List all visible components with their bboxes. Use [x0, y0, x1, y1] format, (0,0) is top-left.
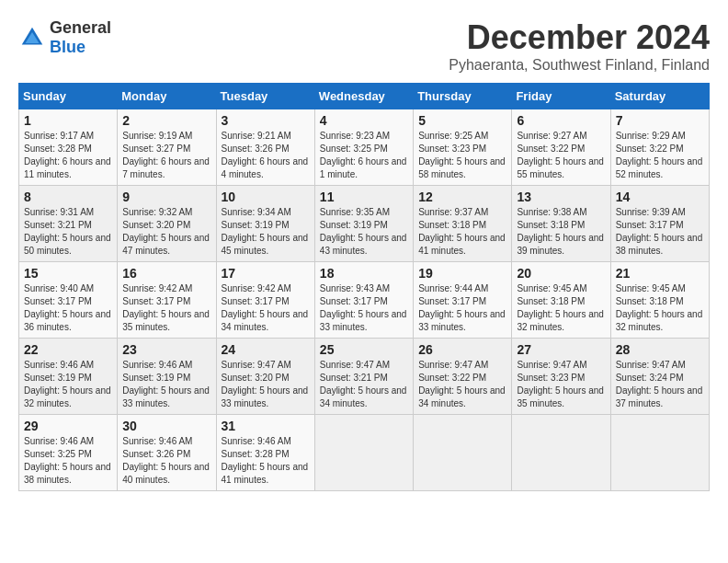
day-number: 3 — [222, 113, 310, 128]
day-info: Sunrise: 9:44 AM Sunset: 3:17 PM Dayligh… — [418, 282, 506, 334]
day-number: 8 — [24, 190, 112, 204]
day-info: Sunrise: 9:46 AM Sunset: 3:28 PM Dayligh… — [222, 435, 310, 487]
day-number: 9 — [122, 190, 210, 204]
calendar-cell: 10 Sunrise: 9:34 AM Sunset: 3:19 PM Dayl… — [216, 186, 314, 262]
calendar-cell: 19 Sunrise: 9:44 AM Sunset: 3:17 PM Dayl… — [414, 262, 512, 339]
day-number: 16 — [122, 266, 210, 281]
day-info: Sunrise: 9:39 AM Sunset: 3:17 PM Dayligh… — [616, 206, 704, 258]
day-number: 25 — [320, 342, 408, 357]
day-info: Sunrise: 9:47 AM Sunset: 3:22 PM Dayligh… — [418, 359, 506, 410]
day-number: 15 — [24, 266, 112, 281]
calendar-cell: 27 Sunrise: 9:47 AM Sunset: 3:23 PM Dayl… — [512, 339, 610, 415]
calendar-cell: 5 Sunrise: 9:25 AM Sunset: 3:23 PM Dayli… — [414, 109, 512, 186]
day-info: Sunrise: 9:21 AM Sunset: 3:26 PM Dayligh… — [222, 130, 310, 181]
calendar-week-3: 15 Sunrise: 9:40 AM Sunset: 3:17 PM Dayl… — [19, 262, 710, 339]
day-header-monday: Monday — [118, 84, 216, 109]
day-info: Sunrise: 9:25 AM Sunset: 3:23 PM Dayligh… — [418, 130, 506, 181]
day-info: Sunrise: 9:32 AM Sunset: 3:20 PM Dayligh… — [122, 206, 210, 258]
day-number: 22 — [24, 342, 112, 357]
calendar-cell — [610, 415, 709, 491]
day-number: 13 — [517, 190, 605, 204]
calendar-cell: 26 Sunrise: 9:47 AM Sunset: 3:22 PM Dayl… — [414, 339, 512, 415]
day-number: 27 — [517, 342, 605, 357]
calendar-cell — [414, 415, 512, 491]
calendar-cell: 14 Sunrise: 9:39 AM Sunset: 3:17 PM Dayl… — [610, 186, 709, 262]
calendar-week-2: 8 Sunrise: 9:31 AM Sunset: 3:21 PM Dayli… — [19, 186, 710, 262]
day-info: Sunrise: 9:46 AM Sunset: 3:19 PM Dayligh… — [122, 359, 210, 410]
day-number: 20 — [517, 266, 605, 281]
day-info: Sunrise: 9:46 AM Sunset: 3:26 PM Dayligh… — [122, 435, 210, 487]
calendar-cell: 16 Sunrise: 9:42 AM Sunset: 3:17 PM Dayl… — [118, 262, 216, 339]
day-number: 18 — [320, 266, 408, 281]
day-info: Sunrise: 9:47 AM Sunset: 3:21 PM Dayligh… — [320, 359, 408, 410]
day-info: Sunrise: 9:35 AM Sunset: 3:19 PM Dayligh… — [320, 206, 408, 258]
day-info: Sunrise: 9:45 AM Sunset: 3:18 PM Dayligh… — [616, 282, 704, 334]
day-info: Sunrise: 9:17 AM Sunset: 3:28 PM Dayligh… — [24, 130, 112, 181]
day-info: Sunrise: 9:38 AM Sunset: 3:18 PM Dayligh… — [517, 206, 605, 258]
calendar-cell: 3 Sunrise: 9:21 AM Sunset: 3:26 PM Dayli… — [216, 109, 314, 186]
calendar-cell: 20 Sunrise: 9:45 AM Sunset: 3:18 PM Dayl… — [512, 262, 610, 339]
calendar-cell: 13 Sunrise: 9:38 AM Sunset: 3:18 PM Dayl… — [512, 186, 610, 262]
day-info: Sunrise: 9:34 AM Sunset: 3:19 PM Dayligh… — [222, 206, 310, 258]
day-header-thursday: Thursday — [414, 84, 512, 109]
calendar-cell: 6 Sunrise: 9:27 AM Sunset: 3:22 PM Dayli… — [512, 109, 610, 186]
calendar-cell: 15 Sunrise: 9:40 AM Sunset: 3:17 PM Dayl… — [19, 262, 118, 339]
calendar-header-row: SundayMondayTuesdayWednesdayThursdayFrid… — [19, 84, 710, 109]
day-number: 4 — [320, 113, 408, 128]
logo: General Blue — [18, 18, 111, 57]
calendar-week-4: 22 Sunrise: 9:46 AM Sunset: 3:19 PM Dayl… — [19, 339, 710, 415]
calendar-cell: 1 Sunrise: 9:17 AM Sunset: 3:28 PM Dayli… — [19, 109, 118, 186]
day-number: 17 — [222, 266, 310, 281]
logo-blue: Blue — [50, 38, 85, 56]
day-number: 14 — [616, 190, 704, 204]
day-number: 24 — [222, 342, 310, 357]
calendar-cell: 23 Sunrise: 9:46 AM Sunset: 3:19 PM Dayl… — [118, 339, 216, 415]
day-info: Sunrise: 9:29 AM Sunset: 3:22 PM Dayligh… — [616, 130, 704, 181]
day-number: 1 — [24, 113, 112, 128]
calendar-cell: 7 Sunrise: 9:29 AM Sunset: 3:22 PM Dayli… — [610, 109, 709, 186]
logo-text: General Blue — [50, 18, 111, 57]
location-title: Pyhaeranta, Southwest Finland, Finland — [449, 57, 710, 74]
day-info: Sunrise: 9:40 AM Sunset: 3:17 PM Dayligh… — [24, 282, 112, 334]
logo-general: General — [50, 18, 111, 37]
day-number: 11 — [320, 190, 408, 204]
day-info: Sunrise: 9:23 AM Sunset: 3:25 PM Dayligh… — [320, 130, 408, 181]
calendar-table: SundayMondayTuesdayWednesdayThursdayFrid… — [18, 83, 710, 491]
day-info: Sunrise: 9:47 AM Sunset: 3:20 PM Dayligh… — [222, 359, 310, 410]
day-number: 2 — [122, 113, 210, 128]
day-info: Sunrise: 9:19 AM Sunset: 3:27 PM Dayligh… — [122, 130, 210, 181]
calendar-cell: 25 Sunrise: 9:47 AM Sunset: 3:21 PM Dayl… — [314, 339, 413, 415]
calendar-cell — [512, 415, 610, 491]
calendar-cell: 2 Sunrise: 9:19 AM Sunset: 3:27 PM Dayli… — [118, 109, 216, 186]
calendar-cell: 29 Sunrise: 9:46 AM Sunset: 3:25 PM Dayl… — [19, 415, 118, 491]
day-number: 28 — [616, 342, 704, 357]
day-number: 6 — [517, 113, 605, 128]
day-info: Sunrise: 9:45 AM Sunset: 3:18 PM Dayligh… — [517, 282, 605, 334]
day-info: Sunrise: 9:46 AM Sunset: 3:19 PM Dayligh… — [24, 359, 112, 410]
calendar-cell: 18 Sunrise: 9:43 AM Sunset: 3:17 PM Dayl… — [314, 262, 413, 339]
day-number: 23 — [122, 342, 210, 357]
day-info: Sunrise: 9:46 AM Sunset: 3:25 PM Dayligh… — [24, 435, 112, 487]
page-header: General Blue December 2024 Pyhaeranta, S… — [18, 18, 710, 74]
day-number: 19 — [418, 266, 506, 281]
calendar-cell: 4 Sunrise: 9:23 AM Sunset: 3:25 PM Dayli… — [314, 109, 413, 186]
calendar-cell: 22 Sunrise: 9:46 AM Sunset: 3:19 PM Dayl… — [19, 339, 118, 415]
month-title: December 2024 — [449, 18, 710, 57]
day-info: Sunrise: 9:47 AM Sunset: 3:23 PM Dayligh… — [517, 359, 605, 410]
day-header-tuesday: Tuesday — [216, 84, 314, 109]
title-area: December 2024 Pyhaeranta, Southwest Finl… — [449, 18, 710, 74]
day-header-saturday: Saturday — [610, 84, 709, 109]
calendar-cell: 8 Sunrise: 9:31 AM Sunset: 3:21 PM Dayli… — [19, 186, 118, 262]
logo-icon — [18, 24, 46, 52]
calendar-cell: 11 Sunrise: 9:35 AM Sunset: 3:19 PM Dayl… — [314, 186, 413, 262]
calendar-cell: 28 Sunrise: 9:47 AM Sunset: 3:24 PM Dayl… — [610, 339, 709, 415]
day-info: Sunrise: 9:47 AM Sunset: 3:24 PM Dayligh… — [616, 359, 704, 410]
calendar-cell — [314, 415, 413, 491]
calendar-cell: 30 Sunrise: 9:46 AM Sunset: 3:26 PM Dayl… — [118, 415, 216, 491]
calendar-cell: 31 Sunrise: 9:46 AM Sunset: 3:28 PM Dayl… — [216, 415, 314, 491]
day-number: 5 — [418, 113, 506, 128]
calendar-cell: 9 Sunrise: 9:32 AM Sunset: 3:20 PM Dayli… — [118, 186, 216, 262]
calendar-week-1: 1 Sunrise: 9:17 AM Sunset: 3:28 PM Dayli… — [19, 109, 710, 186]
day-info: Sunrise: 9:31 AM Sunset: 3:21 PM Dayligh… — [24, 206, 112, 258]
day-info: Sunrise: 9:27 AM Sunset: 3:22 PM Dayligh… — [517, 130, 605, 181]
